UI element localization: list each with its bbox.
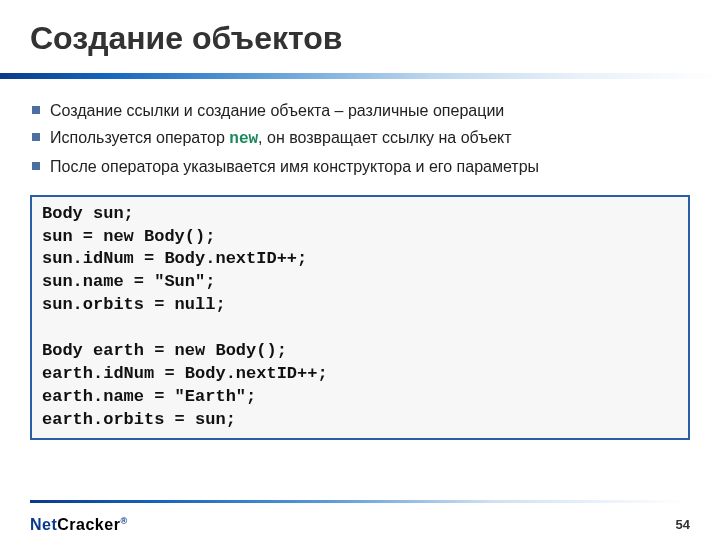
slide-footer: NetCracker® 54: [0, 500, 720, 540]
bullet-item: После оператора указывается имя конструк…: [30, 153, 690, 180]
bullet-text: После оператора указывается имя конструк…: [50, 158, 539, 175]
page-number: 54: [676, 517, 690, 532]
netcracker-logo: NetCracker®: [30, 516, 128, 534]
logo-part-net: Net: [30, 516, 57, 533]
keyword-new: new: [229, 130, 258, 148]
code-block: Body sun; sun = new Body(); sun.idNum = …: [30, 195, 690, 440]
logo-part-cracker: Cracker: [57, 516, 120, 533]
slide-title: Создание объектов: [30, 20, 690, 57]
bullet-item: Используется оператор new, он возвращает…: [30, 124, 690, 153]
logo-registered-icon: ®: [120, 516, 127, 526]
bullet-text-pre: Используется оператор: [50, 129, 229, 146]
bullet-item: Создание ссылки и создание объекта – раз…: [30, 97, 690, 124]
bullet-text: Создание ссылки и создание объекта – раз…: [50, 102, 504, 119]
bullet-list: Создание ссылки и создание объекта – раз…: [30, 97, 690, 181]
title-gradient-rule: [0, 73, 720, 79]
bullet-text-post: , он возвращает ссылку на объект: [258, 129, 512, 146]
footer-gradient-rule: [30, 500, 690, 503]
